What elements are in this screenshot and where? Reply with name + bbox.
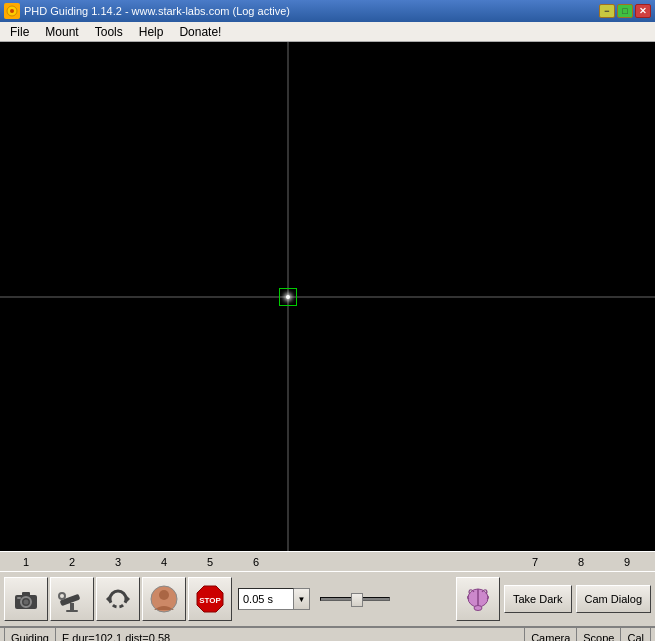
info-status: E dur=102.1 dist=0.58: [56, 628, 525, 641]
take-dark-button[interactable]: Take Dark: [504, 585, 572, 613]
svg-point-1: [10, 9, 14, 13]
window-controls: − □ ✕: [599, 4, 651, 18]
cal-status: Cal: [621, 628, 651, 641]
status-bar: Guiding E dur=102.1 dist=0.58 Camera Sco…: [0, 627, 655, 641]
toolbar-num-9: 9: [605, 556, 649, 568]
menu-bar: File Mount Tools Help Donate!: [0, 22, 655, 42]
toolbar: STOP 0.05 s ▼ Take Dark Cam: [0, 571, 655, 627]
svg-marker-12: [106, 595, 110, 603]
svg-text:STOP: STOP: [199, 596, 221, 605]
title-bar-left: PHD Guiding 1.14.2 - www.stark-labs.com …: [4, 3, 290, 19]
toolbar-num-7: 7: [513, 556, 557, 568]
title-bar: PHD Guiding 1.14.2 - www.stark-labs.com …: [0, 0, 655, 22]
svg-rect-6: [17, 597, 21, 599]
svg-rect-8: [70, 603, 74, 611]
toolbar-num-5: 5: [188, 556, 232, 568]
connect-camera-button[interactable]: [4, 577, 48, 621]
svg-point-20: [474, 606, 482, 611]
crosshair-horizontal: [0, 296, 655, 297]
stop-button[interactable]: STOP: [188, 577, 232, 621]
star-selection-box[interactable]: [279, 288, 297, 306]
toolbar-num-4: 4: [142, 556, 186, 568]
toolbar-num-2: 2: [50, 556, 94, 568]
menu-donate[interactable]: Donate!: [171, 23, 229, 41]
window-title: PHD Guiding 1.14.2 - www.stark-labs.com …: [24, 5, 290, 17]
exposure-dropdown[interactable]: ▼: [294, 588, 310, 610]
app-icon: [4, 3, 20, 19]
toolbar-right: Take Dark Cam Dialog: [456, 577, 651, 621]
loop-icon: [104, 587, 132, 611]
slider-container: [320, 597, 400, 601]
camera-icon: [12, 587, 40, 611]
brain-button[interactable]: [456, 577, 500, 621]
svg-marker-11: [126, 595, 130, 603]
scope-status: Scope: [577, 628, 621, 641]
stop-icon: STOP: [195, 584, 225, 614]
menu-tools[interactable]: Tools: [87, 23, 131, 41]
svg-point-10: [59, 593, 65, 599]
toolbar-num-8: 8: [559, 556, 603, 568]
guiding-status: Guiding: [4, 628, 56, 641]
imaging-area: [0, 42, 655, 551]
svg-rect-3: [22, 592, 30, 596]
svg-rect-9: [66, 610, 78, 612]
exposure-value[interactable]: 0.05 s: [238, 588, 294, 610]
menu-help[interactable]: Help: [131, 23, 172, 41]
star-indicator: [286, 295, 290, 299]
menu-mount[interactable]: Mount: [37, 23, 86, 41]
close-button[interactable]: ✕: [635, 4, 651, 18]
connect-mount-button[interactable]: [50, 577, 94, 621]
loop-button[interactable]: [96, 577, 140, 621]
slider-track[interactable]: [320, 597, 390, 601]
toolbar-num-6: 6: [234, 556, 278, 568]
brain-icon: [463, 584, 493, 614]
toolbar-num-3: 3: [96, 556, 140, 568]
face-button[interactable]: [142, 577, 186, 621]
cam-dialog-button[interactable]: Cam Dialog: [576, 585, 651, 613]
toolbar-number-row: 1 2 3 4 5 6 7 8 9: [0, 551, 655, 571]
camera-status: Camera: [525, 628, 577, 641]
maximize-button[interactable]: □: [617, 4, 633, 18]
slider-thumb[interactable]: [351, 593, 363, 607]
svg-point-14: [159, 590, 169, 600]
exposure-control: 0.05 s ▼: [238, 588, 310, 610]
menu-file[interactable]: File: [2, 23, 37, 41]
svg-point-5: [24, 600, 29, 605]
toolbar-num-1: 1: [4, 556, 48, 568]
minimize-button[interactable]: −: [599, 4, 615, 18]
telescope-icon: [56, 585, 88, 613]
portrait-icon: [149, 584, 179, 614]
